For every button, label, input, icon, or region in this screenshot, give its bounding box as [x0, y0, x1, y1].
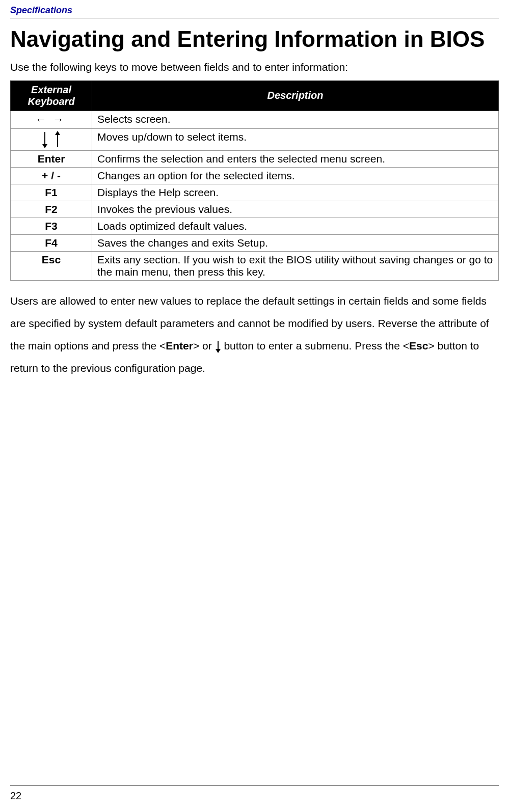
desc-cell: Loads optimized default values. [92, 218, 499, 234]
desc-cell: Displays the Help screen. [92, 184, 499, 201]
key-f4: F4 [11, 234, 92, 251]
table-row: Enter Confirms the selection and enters … [11, 150, 499, 167]
up-arrow-icon [54, 131, 61, 148]
desc-cell: Exits any section. If you wish to exit t… [92, 251, 499, 280]
desc-cell: Invokes the previous values. [92, 201, 499, 218]
svg-marker-1 [42, 144, 47, 148]
svg-marker-3 [55, 131, 60, 135]
intro-paragraph: Use the following keys to move between f… [10, 61, 499, 73]
key-up-down-arrows [11, 128, 92, 150]
svg-marker-5 [216, 349, 221, 353]
table-row: + / - Changes an option for the selected… [11, 167, 499, 184]
table-row: Esc Exits any section. If you wish to ex… [11, 251, 499, 280]
desc-cell: Selects screen. [92, 111, 499, 128]
table-row: F1 Displays the Help screen. [11, 184, 499, 201]
body-text-part2: > or [193, 340, 215, 351]
desc-cell: Saves the changes and exits Setup. [92, 234, 499, 251]
header-keyboard: External Keyboard [11, 80, 92, 111]
table-row: Moves up/down to select items. [11, 128, 499, 150]
section-header: Specifications [10, 5, 499, 18]
down-arrow-icon [41, 131, 48, 148]
key-f2: F2 [11, 201, 92, 218]
desc-cell: Confirms the selection and enters the se… [92, 150, 499, 167]
key-esc: Esc [11, 251, 92, 280]
left-arrow-icon: ← [36, 113, 50, 126]
table-row: F4 Saves the changes and exits Setup. [11, 234, 499, 251]
key-f3: F3 [11, 218, 92, 234]
key-f1: F1 [11, 184, 92, 201]
footer-divider [10, 785, 499, 786]
down-arrow-icon [215, 340, 221, 353]
key-enter: Enter [11, 150, 92, 167]
enter-key-text: Enter [166, 340, 193, 351]
table-header-row: External Keyboard Description [11, 80, 499, 111]
page-title: Navigating and Entering Information in B… [10, 23, 499, 55]
desc-cell: Changes an option for the selected items… [92, 167, 499, 184]
right-arrow-icon: → [52, 113, 67, 126]
key-plus-minus: + / - [11, 167, 92, 184]
table-row: F2 Invokes the previous values. [11, 201, 499, 218]
keys-table: External Keyboard Description ← → Select… [10, 80, 499, 281]
key-left-right-arrows: ← → [11, 111, 92, 128]
header-description: Description [92, 80, 499, 111]
page-number: 22 [10, 790, 21, 802]
table-row: ← → Selects screen. [11, 111, 499, 128]
body-text-part3: button to enter a submenu. Press the < [224, 340, 409, 351]
desc-cell: Moves up/down to select items. [92, 128, 499, 150]
body-paragraph: Users are allowed to enter new values to… [10, 290, 499, 380]
esc-key-text: Esc [409, 340, 428, 351]
table-row: F3 Loads optimized default values. [11, 218, 499, 234]
